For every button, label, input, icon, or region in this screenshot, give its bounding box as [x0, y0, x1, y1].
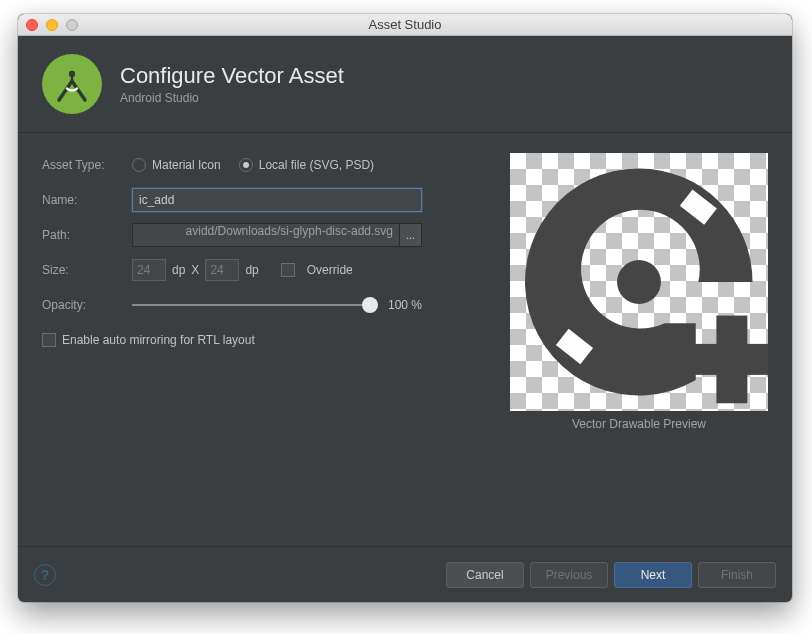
override-label: Override	[307, 263, 353, 277]
name-label: Name:	[42, 193, 132, 207]
dp-unit-2: dp	[245, 263, 258, 277]
path-browse-button[interactable]: ...	[400, 223, 422, 247]
size-width-input[interactable]	[132, 259, 166, 281]
path-input[interactable]: avidd/Downloads/si-glyph-disc-add.svg	[132, 223, 400, 247]
help-button[interactable]: ?	[34, 564, 56, 586]
dialog-header: Configure Vector Asset Android Studio	[18, 36, 792, 133]
titlebar: Asset Studio	[18, 14, 792, 36]
cancel-button[interactable]: Cancel	[446, 562, 524, 588]
asset-type-local-label: Local file (SVG, PSD)	[259, 158, 374, 172]
finish-button[interactable]: Finish	[698, 562, 776, 588]
preview-canvas	[510, 153, 768, 411]
dp-unit-1: dp	[172, 263, 185, 277]
override-checkbox[interactable]	[281, 263, 295, 277]
rtl-checkbox[interactable]	[42, 333, 56, 347]
page-subtitle: Android Studio	[120, 91, 344, 105]
svg-point-1	[617, 260, 661, 304]
page-title: Configure Vector Asset	[120, 63, 344, 89]
opacity-value: 100 %	[388, 298, 422, 312]
opacity-slider[interactable]	[132, 297, 378, 313]
android-studio-logo-icon	[42, 54, 102, 114]
asset-type-label: Asset Type:	[42, 158, 132, 172]
window-title: Asset Studio	[18, 17, 792, 32]
asset-type-material-radio[interactable]: Material Icon	[132, 158, 221, 172]
size-separator: X	[191, 263, 199, 277]
next-button[interactable]: Next	[614, 562, 692, 588]
asset-type-material-label: Material Icon	[152, 158, 221, 172]
opacity-label: Opacity:	[42, 298, 132, 312]
svg-rect-5	[688, 344, 768, 375]
previous-button[interactable]: Previous	[530, 562, 608, 588]
asset-type-local-radio[interactable]: Local file (SVG, PSD)	[239, 158, 374, 172]
path-label: Path:	[42, 228, 132, 242]
disc-add-icon	[510, 153, 768, 411]
name-input[interactable]	[132, 188, 422, 212]
size-label: Size:	[42, 263, 132, 277]
size-height-input[interactable]	[205, 259, 239, 281]
rtl-label: Enable auto mirroring for RTL layout	[62, 333, 255, 347]
preview-label: Vector Drawable Preview	[572, 417, 706, 431]
